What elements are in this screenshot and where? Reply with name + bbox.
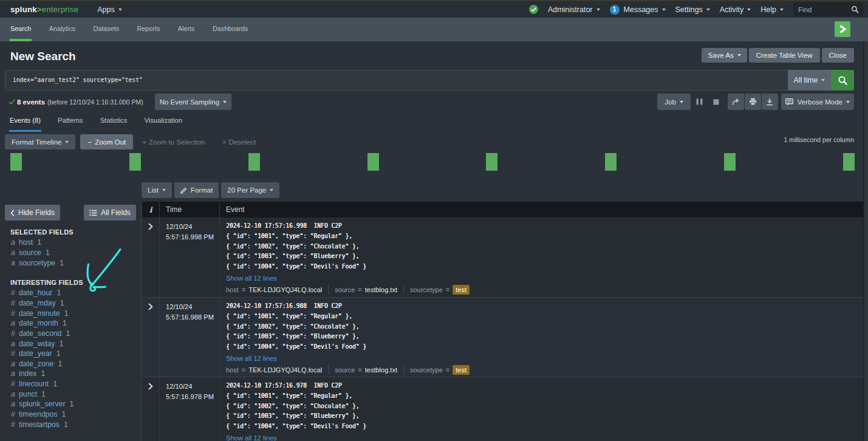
expand-event-icon[interactable] — [148, 223, 153, 230]
field-name-link[interactable]: linecount — [19, 380, 49, 388]
all-fields-button[interactable]: All Fields — [84, 205, 136, 220]
event-raw-text[interactable]: 2024-12-10 17:57:16.988 INFO C2P { "id":… — [226, 301, 863, 352]
search-mode-button[interactable]: Verbose Mode — [781, 94, 854, 110]
job-action-buttons — [728, 94, 778, 110]
per-page-button[interactable]: 20 Per Page — [221, 182, 279, 198]
field-name-link[interactable]: date_minute — [19, 309, 60, 318]
events-before-time: (before 12/10/24 1:16:31.000 PM) — [47, 98, 143, 106]
splunk-logo[interactable]: splunk>enterprise — [10, 5, 78, 14]
appbar-tab[interactable]: Dashboards — [212, 18, 248, 41]
zoom-out-button[interactable]: −Zoom Out — [80, 134, 133, 149]
time-range-picker[interactable]: All time — [788, 70, 831, 91]
event-field-value[interactable]: test — [453, 365, 470, 375]
expand-event-icon[interactable] — [148, 303, 153, 310]
result-tab[interactable]: Patterns — [57, 115, 84, 132]
event-sampling-button[interactable]: No Event Sampling — [155, 94, 231, 110]
hide-fields-button[interactable]: Hide Fields — [5, 205, 60, 220]
close-button[interactable]: Close — [822, 48, 854, 63]
event-field-key[interactable]: host — [226, 366, 239, 374]
messages-menu[interactable]: 1 Messages — [610, 5, 666, 15]
event-field-value[interactable]: TEK-LDJGYQJ4LQ.local — [248, 286, 322, 293]
appbar-tab[interactable]: Analytics — [49, 18, 76, 41]
help-menu[interactable]: Help — [760, 5, 784, 14]
appbar-tab[interactable]: Reports — [137, 18, 161, 41]
timeline-bar[interactable] — [605, 153, 617, 171]
field-name-link[interactable]: timestartpos — [19, 420, 60, 429]
field-item: a splunk_server 1 — [11, 399, 73, 409]
field-name-link[interactable]: sourcetype — [19, 259, 55, 267]
event-raw-text[interactable]: 2024-12-10 17:57:16.998 INFO C2P { "id":… — [226, 221, 863, 272]
field-name-link[interactable]: splunk_server — [19, 400, 66, 408]
event-time-cell[interactable]: 12/10/24 5:57:16.978 PM — [160, 377, 220, 441]
appbar-tab[interactable]: Search — [10, 18, 32, 41]
timeline-bar[interactable] — [10, 153, 22, 171]
event-time-cell[interactable]: 12/10/24 5:57:16.988 PM — [160, 298, 220, 377]
settings-menu[interactable]: Settings — [675, 5, 710, 14]
field-name-link[interactable]: punct — [19, 390, 37, 398]
event-field-key[interactable]: source — [335, 286, 355, 293]
format-timeline-button[interactable]: Format Timeline — [5, 134, 75, 149]
pause-job-icon[interactable] — [696, 98, 703, 105]
appbar-tab[interactable]: Datasets — [92, 18, 120, 41]
save-as-button[interactable]: Save As — [702, 48, 747, 63]
field-name-link[interactable]: date_second — [19, 329, 61, 338]
event-time: 5:57:16.998 PM — [166, 232, 219, 242]
field-name-link[interactable]: date_zone — [19, 360, 53, 368]
list-view-button[interactable]: List — [142, 182, 172, 198]
result-tab[interactable]: Visualization — [143, 115, 183, 132]
create-table-view-button[interactable]: Create Table View — [749, 48, 820, 63]
search-submit-button[interactable] — [831, 70, 854, 91]
events-count: 8 events — [17, 98, 45, 106]
result-tab[interactable]: Statistics — [100, 115, 128, 132]
field-name-link[interactable]: date_year — [19, 349, 52, 358]
export-button[interactable] — [762, 94, 778, 110]
stop-job-icon[interactable] — [713, 99, 719, 105]
timeline-bar[interactable] — [248, 153, 260, 171]
show-all-lines-link[interactable]: Show all 12 lines — [226, 354, 277, 364]
chevron-down-icon — [662, 9, 666, 11]
field-name-link[interactable]: source — [19, 248, 41, 257]
find-input[interactable] — [798, 6, 851, 13]
timeline-bar[interactable] — [724, 153, 736, 171]
event-field-value[interactable]: test — [453, 285, 470, 295]
event-field-key[interactable]: host — [226, 286, 239, 293]
event-field-value[interactable]: TEK-LDJGYQJ4LQ.local — [248, 366, 322, 374]
health-status-icon[interactable] — [529, 5, 538, 14]
deselect-button[interactable]: ×Deselect — [222, 138, 256, 146]
result-tab[interactable]: Events (8) — [9, 115, 41, 132]
event-field-value[interactable]: testblog.txt — [365, 286, 397, 293]
field-name-link[interactable]: timeendpos — [19, 410, 58, 419]
field-name-link[interactable]: date_wday — [19, 340, 55, 348]
activity-menu[interactable]: Activity — [720, 5, 751, 14]
timeline-bar[interactable] — [486, 153, 497, 171]
apps-menu[interactable]: Apps — [97, 5, 122, 14]
expand-event-icon[interactable] — [148, 383, 153, 390]
timeline-bar[interactable] — [367, 153, 379, 171]
print-button[interactable] — [745, 94, 761, 110]
timeline-bar[interactable] — [843, 153, 855, 171]
event-field-value[interactable]: testblog.txt — [365, 366, 397, 374]
vertical-scrollbar[interactable] — [863, 41, 868, 441]
timeline-bar[interactable] — [129, 153, 141, 171]
search-icon[interactable] — [851, 5, 859, 13]
splunk-chevron-app-icon[interactable] — [835, 21, 850, 37]
appbar-tab[interactable]: Alerts — [177, 18, 196, 41]
field-name-link[interactable]: date_hour — [19, 289, 52, 297]
event-raw-text[interactable]: 2024-12-10 17:57:16.978 INFO C2P { "id":… — [226, 381, 863, 432]
format-results-button[interactable]: Format — [174, 182, 219, 198]
zoom-to-selection-button[interactable]: +Zoom to Selection — [142, 138, 205, 146]
job-menu-button[interactable]: Job — [657, 94, 691, 110]
administrator-menu[interactable]: Administrator — [548, 5, 600, 14]
event-field-key[interactable]: sourcetype — [410, 366, 443, 374]
show-all-lines-link[interactable]: Show all 12 lines — [226, 273, 277, 284]
event-time-cell[interactable]: 12/10/24 5:57:16.998 PM — [160, 217, 220, 297]
search-query-input[interactable] — [5, 70, 788, 91]
event-field-key[interactable]: sourcetype — [410, 286, 443, 293]
field-name-link[interactable]: index — [19, 369, 36, 378]
field-name-link[interactable]: date_mday — [19, 299, 56, 307]
field-name-link[interactable]: host — [19, 238, 33, 247]
event-field-key[interactable]: source — [335, 366, 355, 374]
field-name-link[interactable]: date_month — [19, 319, 58, 327]
show-all-lines-link[interactable]: Show all 12 lines — [226, 433, 277, 441]
share-job-button[interactable] — [728, 94, 744, 110]
